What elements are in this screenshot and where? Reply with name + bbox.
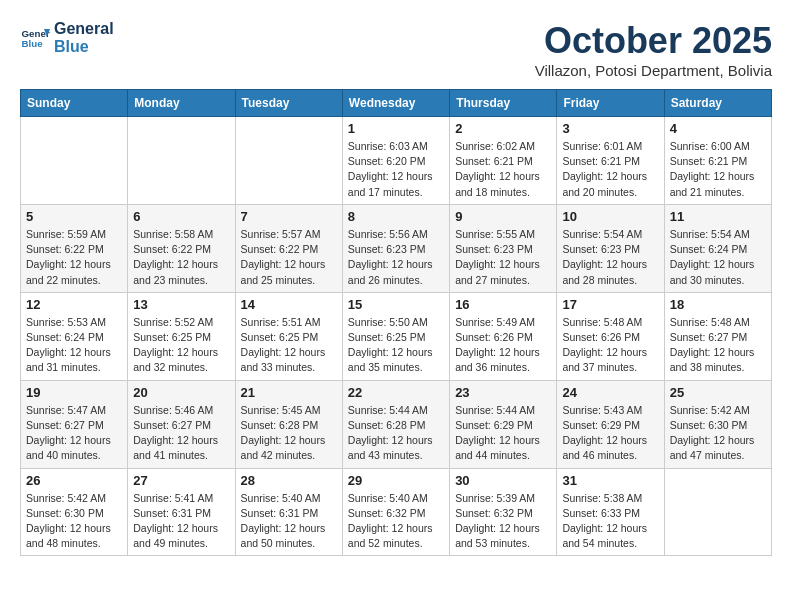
calendar-cell: 6Sunrise: 5:58 AM Sunset: 6:22 PM Daylig… [128, 204, 235, 292]
day-info: Sunrise: 5:59 AM Sunset: 6:22 PM Dayligh… [26, 227, 122, 288]
day-number: 8 [348, 209, 444, 224]
day-number: 16 [455, 297, 551, 312]
calendar-cell: 11Sunrise: 5:54 AM Sunset: 6:24 PM Dayli… [664, 204, 771, 292]
calendar-cell [235, 117, 342, 205]
calendar-cell: 22Sunrise: 5:44 AM Sunset: 6:28 PM Dayli… [342, 380, 449, 468]
day-info: Sunrise: 5:54 AM Sunset: 6:23 PM Dayligh… [562, 227, 658, 288]
calendar-cell: 26Sunrise: 5:42 AM Sunset: 6:30 PM Dayli… [21, 468, 128, 556]
week-row-2: 5Sunrise: 5:59 AM Sunset: 6:22 PM Daylig… [21, 204, 772, 292]
calendar-cell [21, 117, 128, 205]
day-number: 3 [562, 121, 658, 136]
day-number: 1 [348, 121, 444, 136]
day-number: 23 [455, 385, 551, 400]
calendar-cell: 24Sunrise: 5:43 AM Sunset: 6:29 PM Dayli… [557, 380, 664, 468]
calendar-cell: 28Sunrise: 5:40 AM Sunset: 6:31 PM Dayli… [235, 468, 342, 556]
calendar-cell: 13Sunrise: 5:52 AM Sunset: 6:25 PM Dayli… [128, 292, 235, 380]
weekday-sunday: Sunday [21, 90, 128, 117]
calendar-cell [664, 468, 771, 556]
day-info: Sunrise: 5:44 AM Sunset: 6:29 PM Dayligh… [455, 403, 551, 464]
day-info: Sunrise: 5:54 AM Sunset: 6:24 PM Dayligh… [670, 227, 766, 288]
weekday-thursday: Thursday [450, 90, 557, 117]
day-number: 26 [26, 473, 122, 488]
weekday-header-row: SundayMondayTuesdayWednesdayThursdayFrid… [21, 90, 772, 117]
calendar-cell: 2Sunrise: 6:02 AM Sunset: 6:21 PM Daylig… [450, 117, 557, 205]
day-number: 31 [562, 473, 658, 488]
day-info: Sunrise: 5:42 AM Sunset: 6:30 PM Dayligh… [26, 491, 122, 552]
week-row-1: 1Sunrise: 6:03 AM Sunset: 6:20 PM Daylig… [21, 117, 772, 205]
logo-icon: General Blue [20, 23, 50, 53]
day-info: Sunrise: 5:51 AM Sunset: 6:25 PM Dayligh… [241, 315, 337, 376]
day-info: Sunrise: 5:45 AM Sunset: 6:28 PM Dayligh… [241, 403, 337, 464]
day-info: Sunrise: 6:02 AM Sunset: 6:21 PM Dayligh… [455, 139, 551, 200]
week-row-3: 12Sunrise: 5:53 AM Sunset: 6:24 PM Dayli… [21, 292, 772, 380]
day-info: Sunrise: 6:03 AM Sunset: 6:20 PM Dayligh… [348, 139, 444, 200]
day-info: Sunrise: 6:01 AM Sunset: 6:21 PM Dayligh… [562, 139, 658, 200]
day-info: Sunrise: 5:39 AM Sunset: 6:32 PM Dayligh… [455, 491, 551, 552]
calendar-cell [128, 117, 235, 205]
day-info: Sunrise: 5:48 AM Sunset: 6:27 PM Dayligh… [670, 315, 766, 376]
day-number: 5 [26, 209, 122, 224]
day-number: 30 [455, 473, 551, 488]
day-number: 22 [348, 385, 444, 400]
day-info: Sunrise: 5:50 AM Sunset: 6:25 PM Dayligh… [348, 315, 444, 376]
svg-text:Blue: Blue [22, 38, 44, 49]
calendar-cell: 21Sunrise: 5:45 AM Sunset: 6:28 PM Dayli… [235, 380, 342, 468]
calendar-body: 1Sunrise: 6:03 AM Sunset: 6:20 PM Daylig… [21, 117, 772, 556]
day-number: 11 [670, 209, 766, 224]
calendar-cell: 20Sunrise: 5:46 AM Sunset: 6:27 PM Dayli… [128, 380, 235, 468]
calendar-cell: 27Sunrise: 5:41 AM Sunset: 6:31 PM Dayli… [128, 468, 235, 556]
day-info: Sunrise: 5:44 AM Sunset: 6:28 PM Dayligh… [348, 403, 444, 464]
day-info: Sunrise: 5:38 AM Sunset: 6:33 PM Dayligh… [562, 491, 658, 552]
calendar-cell: 1Sunrise: 6:03 AM Sunset: 6:20 PM Daylig… [342, 117, 449, 205]
day-number: 24 [562, 385, 658, 400]
day-info: Sunrise: 5:42 AM Sunset: 6:30 PM Dayligh… [670, 403, 766, 464]
day-number: 9 [455, 209, 551, 224]
day-info: Sunrise: 5:47 AM Sunset: 6:27 PM Dayligh… [26, 403, 122, 464]
logo-blue: Blue [54, 38, 114, 56]
calendar-cell: 19Sunrise: 5:47 AM Sunset: 6:27 PM Dayli… [21, 380, 128, 468]
calendar-cell: 7Sunrise: 5:57 AM Sunset: 6:22 PM Daylig… [235, 204, 342, 292]
calendar-cell: 8Sunrise: 5:56 AM Sunset: 6:23 PM Daylig… [342, 204, 449, 292]
day-info: Sunrise: 5:49 AM Sunset: 6:26 PM Dayligh… [455, 315, 551, 376]
day-info: Sunrise: 5:40 AM Sunset: 6:32 PM Dayligh… [348, 491, 444, 552]
calendar-cell: 29Sunrise: 5:40 AM Sunset: 6:32 PM Dayli… [342, 468, 449, 556]
day-number: 18 [670, 297, 766, 312]
weekday-wednesday: Wednesday [342, 90, 449, 117]
location: Villazon, Potosi Department, Bolivia [535, 62, 772, 79]
day-number: 6 [133, 209, 229, 224]
weekday-monday: Monday [128, 90, 235, 117]
calendar-cell: 3Sunrise: 6:01 AM Sunset: 6:21 PM Daylig… [557, 117, 664, 205]
day-number: 17 [562, 297, 658, 312]
logo: General Blue General Blue [20, 20, 114, 55]
calendar-cell: 18Sunrise: 5:48 AM Sunset: 6:27 PM Dayli… [664, 292, 771, 380]
page-header: General Blue General Blue October 2025 V… [20, 20, 772, 79]
day-info: Sunrise: 6:00 AM Sunset: 6:21 PM Dayligh… [670, 139, 766, 200]
title-block: October 2025 Villazon, Potosi Department… [535, 20, 772, 79]
day-number: 10 [562, 209, 658, 224]
day-info: Sunrise: 5:43 AM Sunset: 6:29 PM Dayligh… [562, 403, 658, 464]
month-title: October 2025 [535, 20, 772, 62]
day-number: 20 [133, 385, 229, 400]
calendar-cell: 15Sunrise: 5:50 AM Sunset: 6:25 PM Dayli… [342, 292, 449, 380]
day-info: Sunrise: 5:58 AM Sunset: 6:22 PM Dayligh… [133, 227, 229, 288]
calendar-cell: 16Sunrise: 5:49 AM Sunset: 6:26 PM Dayli… [450, 292, 557, 380]
day-number: 27 [133, 473, 229, 488]
day-info: Sunrise: 5:55 AM Sunset: 6:23 PM Dayligh… [455, 227, 551, 288]
calendar-cell: 10Sunrise: 5:54 AM Sunset: 6:23 PM Dayli… [557, 204, 664, 292]
week-row-5: 26Sunrise: 5:42 AM Sunset: 6:30 PM Dayli… [21, 468, 772, 556]
day-info: Sunrise: 5:40 AM Sunset: 6:31 PM Dayligh… [241, 491, 337, 552]
day-number: 19 [26, 385, 122, 400]
day-info: Sunrise: 5:46 AM Sunset: 6:27 PM Dayligh… [133, 403, 229, 464]
calendar-cell: 23Sunrise: 5:44 AM Sunset: 6:29 PM Dayli… [450, 380, 557, 468]
day-number: 2 [455, 121, 551, 136]
calendar-cell: 31Sunrise: 5:38 AM Sunset: 6:33 PM Dayli… [557, 468, 664, 556]
day-info: Sunrise: 5:48 AM Sunset: 6:26 PM Dayligh… [562, 315, 658, 376]
day-number: 25 [670, 385, 766, 400]
day-info: Sunrise: 5:53 AM Sunset: 6:24 PM Dayligh… [26, 315, 122, 376]
day-number: 14 [241, 297, 337, 312]
day-number: 29 [348, 473, 444, 488]
calendar-cell: 17Sunrise: 5:48 AM Sunset: 6:26 PM Dayli… [557, 292, 664, 380]
day-number: 13 [133, 297, 229, 312]
calendar-cell: 14Sunrise: 5:51 AM Sunset: 6:25 PM Dayli… [235, 292, 342, 380]
day-number: 7 [241, 209, 337, 224]
